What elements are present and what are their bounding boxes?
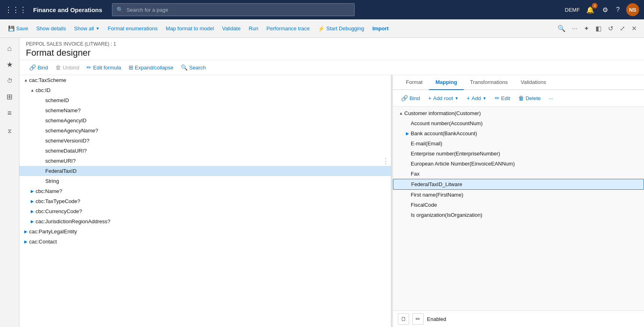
expand-collapse-button[interactable]: ⊞ Expand/collapse	[125, 63, 177, 72]
help-button[interactable]: ?	[614, 4, 621, 15]
map-item-fax[interactable]: Fax	[393, 169, 644, 179]
map-item-federaltaxid-litware[interactable]: FederalTaxID_Litware	[393, 179, 644, 190]
unbind-button[interactable]: 🗑 Unbind	[52, 63, 82, 72]
refresh-button[interactable]: ↺	[606, 22, 616, 35]
edit-formula-button[interactable]: ✏ Edit formula	[83, 63, 124, 72]
sidebar-item-home[interactable]: ⌂	[2, 41, 17, 56]
chevron-icon: ▶	[29, 209, 36, 214]
show-all-button[interactable]: Show all ▼	[71, 23, 103, 34]
format-tree-pane: ▲ cac:TaxScheme ▲ cbc:ID schemeID scheme…	[19, 75, 391, 327]
tree-item-schemeuri[interactable]: schemeURI? ⋮	[19, 156, 391, 166]
more-mapping-button[interactable]: ···	[546, 94, 557, 103]
run-button[interactable]: Run	[245, 23, 262, 34]
format-enumerations-button[interactable]: Format enumerations	[104, 23, 161, 34]
tree-item-cbcid[interactable]: ▲ cbc:ID	[19, 85, 391, 95]
tree-item-cbcname[interactable]: ▶ cbc:Name?	[19, 186, 391, 196]
tab-mapping[interactable]: Mapping	[429, 75, 463, 90]
tree-item-schemeagencyname[interactable]: schemeAgencyName?	[19, 126, 391, 136]
search-toolbar-button[interactable]: 🔍	[555, 22, 568, 35]
debug-icon: ⚡	[318, 25, 325, 32]
filter-icon[interactable]: ⧖	[2, 124, 17, 138]
add-button[interactable]: + Add ▼	[463, 93, 490, 103]
map-item-enterprise-number[interactable]: Enterprise number(EnterpriseNumber)	[393, 149, 644, 159]
map-item-fiscalcode[interactable]: FiscalCode	[393, 200, 644, 210]
sidebar-item-list[interactable]: ≡	[2, 106, 17, 120]
sidebar-item-favorites[interactable]: ★	[2, 57, 17, 72]
notifications-button[interactable]: 🔔 4	[585, 4, 596, 15]
open-new-window-button[interactable]: ⤢	[617, 22, 627, 35]
chevron-icon: ▶	[29, 189, 36, 193]
tree-item-cbctaxtypecode[interactable]: ▶ cbc:TaxTypeCode?	[19, 196, 391, 206]
sidebar-item-recent[interactable]: ⏱	[2, 73, 17, 88]
tree-item-cbccurrencycode[interactable]: ▶ cbc:CurrencyCode?	[19, 206, 391, 216]
tab-validations[interactable]: Validations	[514, 75, 553, 90]
chevron-icon: ▶	[404, 131, 411, 136]
bind-button[interactable]: 🔗 Bind	[26, 63, 51, 72]
map-item-email[interactable]: E-mail(Email)	[393, 138, 644, 149]
expand-icon: ⊞	[129, 64, 133, 71]
mapping-edit-button[interactable]: ✏ Edit	[492, 93, 513, 103]
customize-button[interactable]: ✦	[581, 22, 591, 35]
delete-icon: 🗑	[518, 95, 524, 101]
tree-item-cacpartylegalentity[interactable]: ▶ cac:PartyLegalEntity	[19, 226, 391, 237]
tree-item-federaltaxid[interactable]: FederalTaxID	[19, 166, 391, 176]
copy-button[interactable]: 🗋	[398, 313, 409, 325]
breadcrumb: PEPPOL SALES INVOICE (LITWARE) : 1	[26, 41, 638, 47]
map-item-customer-info[interactable]: ▲ Customer information(Customer)	[393, 108, 644, 118]
tree-item-taxscheme[interactable]: ▲ cac:TaxScheme	[19, 75, 391, 85]
validate-button[interactable]: Validate	[219, 23, 244, 34]
tree-item-schemedatauri[interactable]: schemeDataURI?	[19, 146, 391, 156]
chevron-icon: ▶	[29, 219, 36, 224]
pane-resize-handle[interactable]	[389, 75, 391, 327]
tree-item-schemeversionid[interactable]: schemeVersionID?	[19, 136, 391, 146]
tree-item-cacjurisdiction[interactable]: ▶ cac:JurisdictionRegionAddress?	[19, 216, 391, 226]
sidebar-item-workspaces[interactable]: ⊞	[2, 90, 17, 104]
map-format-to-model-button[interactable]: Map format to model	[163, 23, 217, 34]
map-item-bank-account[interactable]: ▶ Bank account(BankAccount)	[393, 128, 644, 138]
map-item-account-number[interactable]: Account number(AccountNum)	[393, 118, 644, 128]
map-item-first-name[interactable]: First name(FirstName)	[393, 190, 644, 200]
app-title: Finance and Operations	[33, 6, 102, 13]
delete-button[interactable]: 🗑 Delete	[515, 93, 544, 103]
view-options-button[interactable]: ◧	[593, 22, 604, 35]
chevron-icon: ▲	[23, 78, 29, 82]
tab-format[interactable]: Format	[399, 75, 429, 90]
edit-icon: ✏	[87, 64, 91, 71]
tab-transformations[interactable]: Transformations	[464, 75, 514, 90]
show-details-button[interactable]: Show details	[33, 23, 70, 34]
user-label: DEMF	[565, 7, 580, 13]
add-root-button[interactable]: + Add root ▼	[425, 93, 462, 103]
close-button[interactable]: ✕	[629, 22, 639, 35]
search-inner-button[interactable]: 🔍 Search	[177, 63, 209, 72]
page-header: PEPPOL SALES INVOICE (LITWARE) : 1 Forma…	[19, 38, 644, 60]
tree-item-schemename[interactable]: schemeName?	[19, 105, 391, 115]
bind-icon: 🔗	[29, 64, 36, 71]
tree-item-schemeid[interactable]: schemeID	[19, 95, 391, 105]
edit-bottom-button[interactable]: ✏	[412, 313, 424, 325]
map-item-european-article[interactable]: European Article Number(EinvoiceEANNum)	[393, 159, 644, 169]
enabled-label: Enabled	[427, 316, 446, 322]
mapping-tabs-bar: Format Mapping Transformations Validatio…	[393, 75, 644, 90]
add-root-caret: ▼	[454, 96, 458, 101]
tree-item-caccontact[interactable]: ▶ cac:Contact	[19, 237, 391, 247]
save-button[interactable]: 💾 Save	[5, 23, 32, 34]
mapping-bind-button[interactable]: 🔗 Bind	[398, 93, 423, 103]
tree-item-string[interactable]: String	[19, 176, 391, 186]
user-avatar[interactable]: NS	[626, 3, 639, 16]
settings-button[interactable]: ⚙	[601, 4, 610, 15]
more-options-button[interactable]: ···	[570, 23, 580, 35]
global-search-bar[interactable]: 🔍	[112, 3, 355, 16]
map-item-is-organization[interactable]: Is organization(IsOrganization)	[393, 210, 644, 220]
mapping-bind-icon: 🔗	[401, 95, 408, 101]
start-debugging-button[interactable]: ⚡ Start Debugging	[315, 23, 367, 34]
top-nav-bar: ⋮⋮⋮ Finance and Operations 🔍 DEMF 🔔 4 ⚙ …	[0, 0, 644, 19]
performance-trace-button[interactable]: Performance trace	[263, 23, 313, 34]
notification-badge: 4	[592, 3, 598, 8]
tree-item-schemeagencyid[interactable]: schemeAgencyID	[19, 115, 391, 126]
app-grid-icon[interactable]: ⋮⋮⋮	[5, 5, 27, 14]
chevron-icon: ▶	[29, 199, 36, 203]
import-button[interactable]: Import	[369, 23, 392, 34]
page-title: Format designer	[26, 48, 638, 58]
chevron-icon: ▶	[23, 229, 29, 234]
search-input[interactable]	[127, 7, 350, 13]
